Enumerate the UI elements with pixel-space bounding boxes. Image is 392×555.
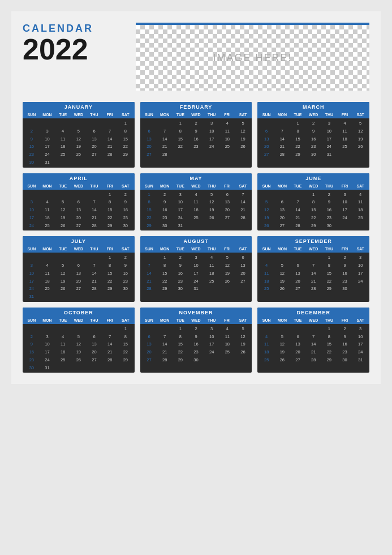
day-cell: 8 xyxy=(157,262,173,270)
day-cell: 10 xyxy=(188,262,204,270)
month-block: NOVEMBERSUNMONTUEWEDTHUFRISAT12345678910… xyxy=(140,308,252,373)
day-header-label: WED xyxy=(188,112,204,117)
day-cell: 23 xyxy=(118,278,133,285)
day-cell: 26 xyxy=(352,143,368,151)
day-cell: 25 xyxy=(259,285,274,293)
day-header-label: MON xyxy=(40,112,55,117)
day-header-label: SUN xyxy=(259,183,274,189)
day-cell: 7 xyxy=(87,198,102,206)
day-cell: 17 xyxy=(40,348,55,356)
day-cell: 20 xyxy=(235,270,251,278)
day-header-label: TUE xyxy=(55,112,71,117)
day-cell xyxy=(290,325,306,333)
day-cell: 5 xyxy=(235,119,251,127)
day-cell: 27 xyxy=(290,285,306,293)
day-cell: 11 xyxy=(188,198,204,206)
day-cell: 1 xyxy=(102,191,118,199)
day-cell: 6 xyxy=(87,127,102,135)
day-cell: 29 xyxy=(102,285,118,293)
day-cell: 16 xyxy=(188,340,204,348)
day-cell: 14 xyxy=(157,340,173,348)
day-header-label: THU xyxy=(204,246,219,251)
month-block: SEPTEMBERSUNMONTUEWEDTHUFRISAT1234567891… xyxy=(257,236,369,302)
day-cell: 29 xyxy=(173,356,188,364)
day-cell: 25 xyxy=(55,356,71,364)
day-cell: 30 xyxy=(173,285,188,293)
day-header-label: FRI xyxy=(102,246,118,251)
day-cell: 4 xyxy=(259,333,274,341)
day-cell: 24 xyxy=(352,348,368,356)
day-cell: 28 xyxy=(274,151,290,159)
day-header-label: SUN xyxy=(24,246,40,251)
day-header-label: THU xyxy=(321,112,337,117)
day-cell: 19 xyxy=(274,348,290,356)
day-header-label: WED xyxy=(305,112,321,117)
day-cell: 31 xyxy=(173,222,188,230)
day-cell: 14 xyxy=(274,135,290,143)
day-cell: 21 xyxy=(102,348,118,356)
day-cell: 26 xyxy=(55,222,71,230)
day-header-label: SAT xyxy=(235,183,251,189)
day-cell: 3 xyxy=(24,262,40,270)
day-cell: 24 xyxy=(24,285,40,293)
day-cell: 18 xyxy=(219,135,235,143)
day-cell: 31 xyxy=(40,364,55,372)
day-cell: 7 xyxy=(141,262,157,270)
day-cell: 25 xyxy=(352,214,368,222)
day-cell: 28 xyxy=(87,222,102,230)
day-cell: 19 xyxy=(219,270,235,278)
day-header-label: SUN xyxy=(24,112,40,117)
day-cell xyxy=(87,119,102,127)
day-cell: 6 xyxy=(141,333,157,341)
day-cell: 21 xyxy=(235,206,251,214)
day-cell xyxy=(71,191,87,199)
day-cell: 11 xyxy=(352,198,368,206)
day-cell: 11 xyxy=(219,333,235,341)
day-cell: 6 xyxy=(235,254,251,262)
month-block: DECEMBERSUNMONTUEWEDTHUFRISAT12345678910… xyxy=(257,308,369,373)
day-cell: 15 xyxy=(173,340,188,348)
day-cell: 20 xyxy=(290,278,306,285)
day-header-label: TUE xyxy=(173,246,188,251)
day-cell: 12 xyxy=(204,198,219,206)
day-cell xyxy=(40,325,55,333)
day-cell: 29 xyxy=(321,356,337,364)
day-cell: 14 xyxy=(235,198,251,206)
day-cell: 30 xyxy=(157,222,173,230)
day-cell: 15 xyxy=(290,135,306,143)
day-cell xyxy=(259,254,274,262)
month-block: FEBRUARYSUNMONTUEWEDTHUFRISAT12345678910… xyxy=(140,102,252,168)
day-cell: 8 xyxy=(173,127,188,135)
day-cell: 30 xyxy=(305,151,321,159)
day-cell: 13 xyxy=(290,340,306,348)
day-cell: 3 xyxy=(40,127,55,135)
day-cell: 26 xyxy=(71,356,87,364)
day-cell: 19 xyxy=(204,206,219,214)
day-cell xyxy=(102,325,118,333)
month-block: AUGUSTSUNMONTUEWEDTHUFRISAT1234567891011… xyxy=(140,236,252,302)
day-cell: 20 xyxy=(259,143,274,151)
day-cell: 24 xyxy=(352,278,368,285)
day-cell xyxy=(55,254,71,262)
day-cell: 18 xyxy=(40,214,55,222)
day-cell xyxy=(259,119,274,127)
day-cell: 4 xyxy=(337,119,353,127)
day-cell: 24 xyxy=(188,278,204,285)
day-cell: 8 xyxy=(102,262,118,270)
day-cell: 14 xyxy=(102,135,118,143)
day-cell: 1 xyxy=(290,119,306,127)
day-cell: 14 xyxy=(87,206,102,214)
day-cell: 28 xyxy=(290,222,306,230)
day-cell: 13 xyxy=(259,135,274,143)
day-header-label: MON xyxy=(274,112,290,117)
day-cell: 11 xyxy=(219,127,235,135)
day-header-label: SUN xyxy=(259,318,274,323)
day-cell: 23 xyxy=(157,214,173,222)
day-cell: 17 xyxy=(188,270,204,278)
day-cell: 2 xyxy=(24,333,40,341)
day-cell: 6 xyxy=(87,333,102,341)
day-cell: 9 xyxy=(337,262,353,270)
day-cell: 25 xyxy=(219,348,235,356)
day-cell: 12 xyxy=(55,270,71,278)
day-cell: 26 xyxy=(235,348,251,356)
